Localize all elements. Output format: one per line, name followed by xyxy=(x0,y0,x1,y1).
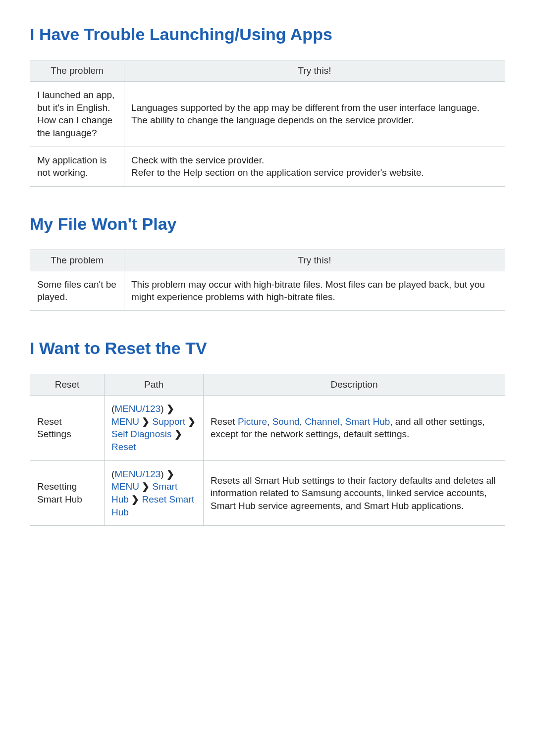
table-row: My application is not working. Check wit… xyxy=(30,147,505,186)
table-header-row: Reset Path Description xyxy=(30,374,505,396)
table-row: I launched an app, but it's in English. … xyxy=(30,82,505,147)
path-seg: Support xyxy=(153,416,186,427)
cell-desc: Resets all Smart Hub settings to their f… xyxy=(204,460,505,526)
desc-keyword: Picture xyxy=(238,416,267,427)
header-problem: The problem xyxy=(30,60,124,82)
desc-keyword: Channel xyxy=(305,416,340,427)
header-try: Try this! xyxy=(124,250,505,271)
section-title-reset: I Want to Reset the TV xyxy=(30,339,505,358)
section-title-file: My File Won't Play xyxy=(30,214,505,234)
cell-desc: Reset Picture, Sound, Channel, Smart Hub… xyxy=(204,396,505,461)
chevron-right-icon: ❯ xyxy=(174,429,182,439)
path-key: MENU/123 xyxy=(114,469,160,479)
path-seg: MENU xyxy=(111,416,139,427)
table-row: Some files can't be played. This problem… xyxy=(30,271,505,310)
table-row: Resetting Smart Hub (MENU/123) ❯ MENU ❯ … xyxy=(30,460,505,526)
cell-try: Languages supported by the app may be di… xyxy=(124,82,505,147)
header-try: Try this! xyxy=(124,60,505,82)
cell-reset: Reset Settings xyxy=(30,396,105,461)
cell-try: This problem may occur with high-bitrate… xyxy=(124,271,505,310)
cell-path: (MENU/123) ❯ MENU ❯ Support ❯ Self Diagn… xyxy=(105,396,204,461)
table-header-row: The problem Try this! xyxy=(30,250,505,271)
reset-table: Reset Path Description Reset Settings (M… xyxy=(30,374,505,526)
chevron-right-icon: ❯ xyxy=(166,404,174,413)
path-key: MENU/123 xyxy=(114,403,160,414)
desc-text: , xyxy=(300,416,305,427)
header-problem: The problem xyxy=(30,250,124,271)
desc-keyword: Smart Hub xyxy=(345,416,390,427)
file-table: The problem Try this! Some files can't b… xyxy=(30,250,505,311)
path-text: ) xyxy=(160,403,163,414)
header-reset: Reset xyxy=(30,374,105,396)
desc-text: , xyxy=(340,416,345,427)
chevron-right-icon: ❯ xyxy=(142,417,150,426)
cell-problem: Some files can't be played. xyxy=(30,271,124,310)
cell-reset: Resetting Smart Hub xyxy=(30,460,105,526)
path-seg: Reset xyxy=(111,442,136,452)
section-title-apps: I Have Trouble Launching/Using Apps xyxy=(30,25,505,44)
path-seg: MENU xyxy=(111,481,139,492)
chevron-right-icon: ❯ xyxy=(166,469,174,479)
desc-text: Reset xyxy=(211,416,238,427)
path-text: ) xyxy=(160,469,163,479)
cell-path: (MENU/123) ❯ MENU ❯ Smart Hub ❯ Reset Sm… xyxy=(105,460,204,526)
chevron-right-icon: ❯ xyxy=(131,495,139,504)
path-seg: Self Diagnosis xyxy=(111,429,171,439)
chevron-right-icon: ❯ xyxy=(188,417,196,426)
cell-problem: I launched an app, but it's in English. … xyxy=(30,82,124,147)
document-page: I Have Trouble Launching/Using Apps The … xyxy=(0,0,535,560)
header-desc: Description xyxy=(204,374,505,396)
cell-problem: My application is not working. xyxy=(30,147,124,186)
header-path: Path xyxy=(105,374,204,396)
table-header-row: The problem Try this! xyxy=(30,60,505,82)
desc-keyword: Sound xyxy=(272,416,300,427)
table-row: Reset Settings (MENU/123) ❯ MENU ❯ Suppo… xyxy=(30,396,505,461)
cell-try: Check with the service provider. Refer t… xyxy=(124,147,505,186)
desc-text: , xyxy=(267,416,272,427)
chevron-right-icon: ❯ xyxy=(142,482,150,491)
apps-table: The problem Try this! I launched an app,… xyxy=(30,60,505,187)
